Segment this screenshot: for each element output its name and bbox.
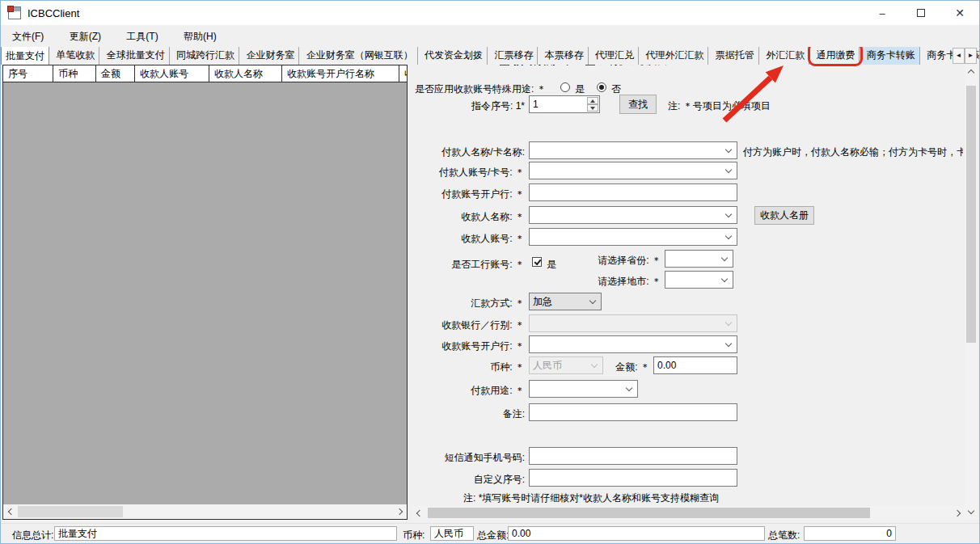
chevron-down-icon [725, 146, 732, 153]
instruction-seq-label: 指令序号: 1* [412, 99, 525, 113]
city-label: 请选择地市: ＊ [595, 275, 661, 289]
remark-input[interactable] [529, 403, 737, 421]
form-scroll-right-icon[interactable] [951, 506, 965, 520]
tab-agency-forex-remit[interactable]: 代理外汇汇款 [641, 47, 708, 65]
menu-tools[interactable]: 工具(T) [115, 25, 169, 48]
tab-business-card-transfer[interactable]: 商务卡转账 [863, 47, 920, 65]
special-use-no-radio[interactable] [597, 82, 606, 92]
payee-account-label: 收款人账号: ＊ [412, 232, 525, 246]
grid-header: 序号 币种 金额 收款人账号 收款人名称 收款账号开户行名称 收 [3, 65, 407, 82]
chevron-down-icon [725, 167, 732, 173]
chevron-down-icon [626, 385, 632, 391]
payee-book-button[interactable]: 收款人名册 [754, 206, 814, 225]
payer-hint-note: 付方为账户时，付款人名称必输；付方为卡号时，卡 [743, 145, 963, 159]
payee-name-combo[interactable] [529, 206, 737, 224]
bank-type-label: 收款银行／行别: ＊ [412, 318, 525, 332]
is-icbc-yes-label: 是 [547, 258, 556, 272]
payer-bank-input[interactable] [529, 183, 737, 201]
col-payee-name[interactable]: 收款人名称 [209, 65, 282, 82]
col-seq[interactable]: 序号 [3, 65, 53, 82]
tab-cashier-check-deposit[interactable]: 本票移存 [541, 47, 589, 65]
payer-name-combo[interactable] [529, 141, 737, 159]
vscroll-up-icon[interactable] [965, 65, 978, 78]
special-use-yes-radio[interactable] [560, 82, 570, 92]
tab-intercity-interbank-remit[interactable]: 同城跨行汇款 [172, 47, 239, 65]
chevron-down-icon [721, 255, 728, 261]
payer-bank-label: 付款账号开户行: ＊ [412, 188, 525, 201]
spinner-up-icon[interactable] [587, 97, 598, 104]
province-label: 请选择省份: ＊ [595, 254, 661, 268]
app-icon [8, 6, 21, 19]
currency-label: 币种: ＊ [412, 361, 525, 374]
col-amount[interactable]: 金额 [96, 65, 135, 82]
chevron-down-icon [721, 276, 728, 282]
spinner-down-icon[interactable] [587, 104, 598, 112]
grid-hscrollbar [3, 504, 407, 519]
remit-mode-combo[interactable]: 加急 [529, 293, 602, 310]
tab-agency-fund-transfer[interactable]: 代发资金划拨 [420, 47, 488, 65]
info-total-label: 信息总计: [12, 529, 53, 542]
status-bar: 信息总计: 批量支付 币种: 人民币 总金额: 0.00 总笔数: 0 [1, 523, 979, 543]
tab-draft-deposit[interactable]: 汇票移存 [490, 47, 538, 65]
tab-scroll-left-icon[interactable]: ◄ [953, 48, 965, 64]
tab-global-batch-payment[interactable]: 全球批量支付 [103, 47, 170, 65]
tab-agency-exchange[interactable]: 代理汇兑 [591, 47, 639, 65]
payer-account-label: 付款人账号/卡号: ＊ [412, 166, 525, 179]
sms-phone-input[interactable] [529, 447, 737, 465]
tab-forex-remit[interactable]: 外汇汇款 [762, 47, 809, 65]
col-payee-account[interactable]: 收款人账号 [135, 65, 209, 82]
tab-bill-custody[interactable]: 票据托管 [712, 47, 759, 65]
amount-input[interactable]: 0.00 [653, 356, 737, 374]
payee-bank-combo[interactable] [529, 335, 737, 353]
purpose-combo[interactable] [529, 380, 638, 398]
close-button[interactable]: ✕ [940, 1, 979, 25]
tab-strip: 批量支付 单笔收款 全球批量支付 同城跨行汇款 企业财务室 企业财务室（网银互联… [1, 47, 953, 65]
special-use-yes-label: 是 [575, 82, 585, 96]
grid-scroll-right-icon[interactable] [393, 504, 407, 519]
is-icbc-checkbox[interactable] [532, 257, 542, 267]
tab-scroll-buttons: ◄► [953, 48, 977, 64]
tab-corporate-finance-room[interactable]: 企业财务室 [242, 47, 299, 65]
payee-name-label: 收款人名称: ＊ [412, 210, 525, 224]
tab-corporate-finance-room-netlink[interactable]: 企业财务室（网银互联） [302, 47, 418, 65]
payment-grid: 序号 币种 金额 收款人账号 收款人名称 收款账号开户行名称 收 [2, 65, 408, 520]
form-vscrollbar [965, 65, 978, 519]
minimize-button[interactable]: – [863, 1, 902, 25]
find-button[interactable]: 查找 [619, 95, 657, 114]
form-hscroll-thumb[interactable] [428, 508, 870, 518]
grid-scroll-left-icon[interactable] [3, 504, 17, 519]
currency-combo: 人民币 [529, 356, 603, 374]
instruction-seq-spinner[interactable]: 1 [529, 95, 600, 113]
chevron-down-icon [725, 340, 732, 347]
form-hscrollbar [412, 506, 965, 520]
col-clipped[interactable]: 收 [399, 65, 407, 82]
special-use-label: 是否应用收款账号特殊用途: ＊ [415, 82, 547, 96]
tab-scroll-right-icon[interactable]: ► [965, 48, 977, 64]
col-payee-bank-name[interactable]: 收款账号开户行名称 [282, 65, 399, 82]
vscroll-thumb[interactable] [966, 86, 976, 343]
grid-body-empty [3, 82, 407, 504]
city-combo[interactable] [665, 271, 733, 289]
tab-single-collection[interactable]: 单笔收款 [52, 47, 99, 65]
grid-hscroll-thumb[interactable] [18, 506, 123, 517]
form-scroll-left-icon[interactable] [412, 506, 425, 520]
vscroll-down-icon[interactable] [965, 505, 978, 519]
tab-general-payment[interactable]: 通用缴费 [812, 47, 860, 65]
menu-bar: 文件(F) 更新(Z) 工具(T) 帮助(H) [1, 25, 979, 47]
tab-batch-payment[interactable]: 批量支付 [1, 46, 49, 65]
maximize-button[interactable] [902, 1, 940, 25]
province-combo[interactable] [665, 250, 733, 268]
maximize-icon [917, 9, 925, 17]
menu-help[interactable]: 帮助(H) [172, 25, 228, 48]
status-currency-label: 币种: [403, 529, 425, 542]
remit-mode-label: 汇款方式: ＊ [412, 297, 525, 310]
payer-name-label: 付款人名称/卡名称: [412, 145, 525, 159]
tab-general-payment-label: 通用缴费 [816, 49, 855, 61]
payee-account-combo[interactable] [529, 228, 737, 246]
payer-account-combo[interactable] [529, 162, 737, 179]
menu-update[interactable]: 更新(Z) [58, 25, 112, 48]
menu-file[interactable]: 文件(F) [1, 25, 55, 48]
custom-seq-input[interactable] [529, 469, 737, 487]
col-currency[interactable]: 币种 [53, 65, 96, 82]
sms-phone-label: 短信通知手机号码: [412, 451, 525, 465]
